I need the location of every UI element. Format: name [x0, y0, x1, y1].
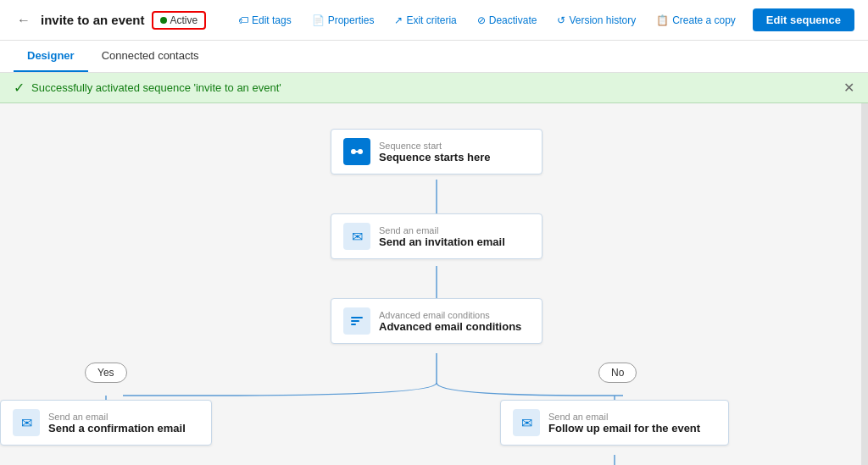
- copy-icon: 📋: [656, 14, 669, 26]
- yes-branch-label: Yes: [85, 363, 127, 383]
- page-title: invite to an event: [41, 13, 145, 27]
- header-actions: 🏷 Edit tags 📄 Properties ↗ Exit criteria…: [235, 8, 854, 31]
- edit-sequence-button[interactable]: Edit sequence: [753, 8, 854, 31]
- exit-icon: ↗: [394, 14, 403, 26]
- svg-rect-9: [351, 317, 363, 318]
- advanced-email-1-text: Advanced email conditions Advanced email…: [379, 310, 521, 333]
- no-branch-label: No: [598, 363, 637, 383]
- svg-point-7: [358, 149, 363, 154]
- success-close-button[interactable]: ✕: [843, 80, 854, 96]
- success-banner: ✓ Successfully activated sequence 'invit…: [0, 73, 868, 103]
- send-invitation-text: Send an email Send an invitation email: [379, 225, 505, 248]
- sub-nav: Designer Connected contacts: [0, 41, 868, 73]
- properties-button[interactable]: 📄 Properties: [309, 11, 378, 30]
- canvas: Sequence start Sequence starts here ✉ Se…: [0, 103, 868, 465]
- sequence-start-icon: [343, 138, 370, 165]
- condition-icon-1: [343, 307, 370, 335]
- tab-connected-contacts[interactable]: Connected contacts: [88, 41, 213, 72]
- tag-icon: 🏷: [238, 14, 248, 26]
- follow-up-email-icon: ✉: [513, 409, 540, 436]
- deactivate-button[interactable]: ⊘ Deactivate: [474, 11, 541, 30]
- follow-up-email-node[interactable]: ✉ Send an email Follow up email for the …: [500, 400, 729, 446]
- edit-tags-button[interactable]: 🏷 Edit tags: [235, 11, 295, 30]
- properties-icon: 📄: [312, 14, 325, 26]
- send-email-icon: ✉: [343, 223, 370, 250]
- sequence-start-node[interactable]: Sequence start Sequence starts here: [331, 129, 542, 174]
- version-history-button[interactable]: ↺ Version history: [554, 11, 639, 30]
- create-copy-button[interactable]: 📋 Create a copy: [653, 11, 739, 30]
- tab-designer[interactable]: Designer: [14, 41, 88, 72]
- active-badge: Active: [152, 11, 207, 30]
- send-invitation-node[interactable]: ✉ Send an email Send an invitation email: [331, 213, 542, 259]
- back-button[interactable]: ←: [14, 9, 34, 31]
- scrollbar[interactable]: [861, 103, 868, 465]
- header: ← invite to an event Active 🏷 Edit tags …: [0, 0, 868, 41]
- svg-point-6: [351, 149, 356, 154]
- success-icon: ✓: [14, 80, 25, 96]
- deactivate-icon: ⊘: [477, 14, 486, 26]
- confirmation-email-icon: ✉: [13, 409, 40, 436]
- svg-rect-10: [351, 320, 359, 322]
- exit-criteria-button[interactable]: ↗ Exit criteria: [391, 11, 459, 30]
- success-message: Successfully activated sequence 'invite …: [31, 81, 281, 94]
- sequence-start-text: Sequence start Sequence starts here: [379, 141, 491, 163]
- flow-container: Sequence start Sequence starts here ✉ Se…: [0, 103, 868, 465]
- send-confirmation-text: Send an email Send a confirmation email: [48, 412, 186, 435]
- svg-rect-11: [351, 324, 356, 325]
- active-dot-icon: [160, 17, 167, 24]
- send-confirmation-node[interactable]: ✉ Send an email Send a confirmation emai…: [0, 400, 212, 446]
- history-icon: ↺: [557, 14, 565, 26]
- follow-up-email-text: Send an email Follow up email for the ev…: [548, 412, 700, 435]
- active-label: Active: [170, 14, 198, 26]
- advanced-email-1-node[interactable]: Advanced email conditions Advanced email…: [331, 298, 542, 344]
